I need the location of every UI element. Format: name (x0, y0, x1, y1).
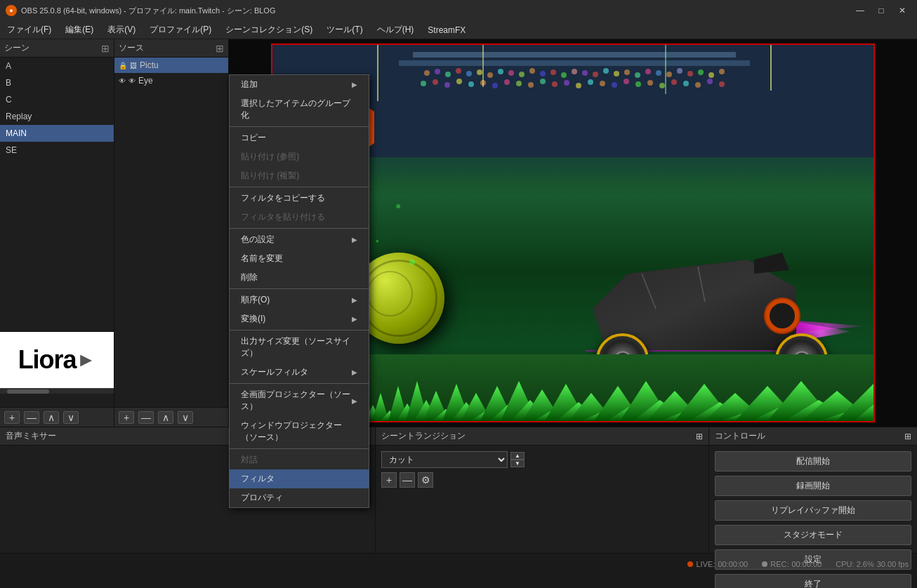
svg-point-40 (504, 79, 510, 85)
svg-point-44 (552, 81, 558, 87)
menu-file[interactable]: ファイル(F) (0, 21, 58, 39)
transition-settings-btn[interactable]: ⚙ (418, 472, 433, 488)
scenes-pin-icon[interactable]: ⊞ (101, 43, 110, 54)
scenes-footer: + — ∧ ∨ (0, 407, 114, 427)
scene-add-button[interactable]: + (4, 411, 20, 424)
source-eye-icon[interactable]: 👁 (119, 77, 126, 85)
ctx-copy-filter[interactable]: フィルタをコピーする (230, 189, 369, 208)
replay-buffer-button[interactable]: リプレイバッファ開始 (715, 500, 911, 521)
ctx-transform-arrow: ▶ (352, 315, 357, 323)
svg-point-21 (603, 68, 609, 74)
ctx-transform[interactable]: 変換(I) ▶ (230, 309, 369, 328)
ctx-order-label: 順序(O) (241, 294, 270, 306)
liorai-preview: Liora ► (0, 332, 114, 388)
rec-status: REC: 00:00:00 (762, 560, 822, 568)
liorai-arrow: ► (77, 349, 96, 371)
ctx-scale-filter-label: スケールフィルタ (241, 366, 308, 378)
ctx-resize[interactable]: 出力サイズ変更（ソースサイズ） (230, 332, 369, 363)
source-down-button[interactable]: ∨ (178, 411, 193, 424)
scene-transition-pin[interactable]: ⊞ (696, 432, 703, 441)
ctx-scale-filter[interactable]: スケールフィルタ ▶ (230, 363, 369, 382)
ctx-copy-label: コピー (241, 132, 266, 144)
svg-point-54 (671, 79, 677, 85)
svg-point-11 (498, 69, 503, 74)
cpu-status: CPU: 2.6% 30.00 fps (836, 560, 909, 568)
cpu-label: CPU: 2.6% (836, 560, 873, 568)
transition-remove-btn[interactable]: — (400, 472, 415, 488)
menu-profile[interactable]: プロファイル(P) (143, 21, 218, 39)
ctx-group[interactable]: 選択したアイテムのグループ化 (230, 94, 369, 125)
svg-point-8 (466, 71, 472, 76)
svg-point-64 (770, 303, 795, 328)
source-add-button[interactable]: + (119, 411, 134, 424)
svg-point-16 (550, 69, 556, 75)
bottom-section: 音声ミキサー ⊞ シーントランジション ⊞ カット ▲ ▼ + (0, 427, 917, 553)
transition-content: カット ▲ ▼ + — ⚙ (376, 446, 708, 493)
ctx-add[interactable]: 追加 ▶ (230, 75, 369, 94)
ctx-delete[interactable]: 削除 (230, 268, 369, 287)
menu-edit[interactable]: 編集(E) (58, 21, 100, 39)
ctx-color[interactable]: 色の設定 ▶ (230, 230, 369, 249)
window-controls[interactable]: — □ ✕ (851, 4, 911, 18)
source-remove-button[interactable]: — (138, 411, 154, 424)
transition-down[interactable]: ▼ (510, 460, 525, 467)
source-label-pictu: Pictu (140, 60, 159, 70)
sources-header: ソース ⊞ (114, 39, 228, 58)
ctx-paste-filter: フィルタを貼り付ける (230, 208, 369, 227)
svg-point-12 (508, 70, 514, 76)
ctx-rename[interactable]: 名前を変更 (230, 249, 369, 268)
svg-point-48 (600, 81, 605, 86)
svg-point-17 (561, 72, 567, 78)
maximize-button[interactable]: □ (872, 4, 890, 18)
scene-up-button[interactable]: ∧ (44, 411, 59, 424)
ctx-scale-filter-arrow: ▶ (352, 368, 357, 376)
ctx-sep6 (230, 383, 369, 384)
scene-item-a[interactable]: A (0, 58, 114, 74)
minimize-button[interactable]: — (851, 4, 869, 18)
transition-up[interactable]: ▲ (510, 452, 525, 460)
svg-point-10 (487, 72, 493, 78)
scene-item-c[interactable]: C (0, 91, 114, 108)
menu-tools[interactable]: ツール(T) (319, 21, 369, 39)
ctx-properties[interactable]: プロパティ (230, 488, 369, 507)
liorai-text: Liora (18, 345, 77, 375)
sources-panel: ソース ⊞ 🔒 🖼 Pictu 👁 👁 Eye 追加 ▶ 選択したアイテムのグル… (114, 39, 229, 427)
menu-scene-collection[interactable]: シーンコレクション(S) (218, 21, 319, 39)
ctx-fullscreen[interactable]: 全画面プロジェクター（ソース） ▶ (230, 385, 369, 416)
source-item-pictu[interactable]: 🔒 🖼 Pictu (114, 58, 228, 73)
ctx-sep2 (230, 187, 369, 187)
ctx-copy[interactable]: コピー (230, 128, 369, 147)
svg-point-51 (635, 81, 641, 87)
scene-item-replay[interactable]: Replay (0, 108, 114, 125)
transition-select[interactable]: カット (381, 451, 508, 468)
start-stream-button[interactable]: 配信開始 (715, 451, 911, 472)
menu-help[interactable]: ヘルプ(H) (370, 21, 421, 39)
ctx-order[interactable]: 順序(O) ▶ (230, 290, 369, 309)
scene-item-main[interactable]: MAIN (0, 125, 114, 142)
ctx-filter[interactable]: フィルタ (230, 469, 369, 488)
scene-item-se[interactable]: SE (0, 142, 114, 159)
scroll-bar[interactable] (0, 388, 114, 394)
transition-add-btn[interactable]: + (381, 472, 397, 488)
menu-view[interactable]: 表示(V) (100, 21, 143, 39)
scenes-list: A B C Replay MAIN SE (0, 58, 114, 159)
sources-pin-icon[interactable]: ⊞ (216, 43, 224, 54)
svg-point-27 (666, 72, 672, 77)
scene-item-b[interactable]: B (0, 74, 114, 91)
source-up-button[interactable]: ∧ (158, 411, 173, 424)
controls-pin[interactable]: ⊞ (904, 432, 911, 441)
exit-button[interactable]: 終了 (715, 574, 911, 588)
svg-point-42 (528, 82, 534, 88)
source-item-eye[interactable]: 👁 👁 Eye (114, 73, 228, 88)
source-visibility-icon[interactable]: 🔒 (119, 62, 127, 69)
svg-point-34 (433, 79, 438, 85)
studio-mode-button[interactable]: スタジオモード (715, 525, 911, 545)
ctx-window[interactable]: ウィンドウプロジェクター（ソース） (230, 416, 369, 447)
scene-down-button[interactable]: ∨ (63, 411, 79, 424)
source-type-icon2: 👁 (128, 77, 136, 85)
source-label-eye: Eye (138, 76, 153, 86)
scene-remove-button[interactable]: — (24, 411, 39, 424)
close-button[interactable]: ✕ (893, 4, 911, 18)
start-record-button[interactable]: 録画開始 (715, 476, 911, 496)
menu-streamfx[interactable]: StreamFX (421, 21, 473, 39)
